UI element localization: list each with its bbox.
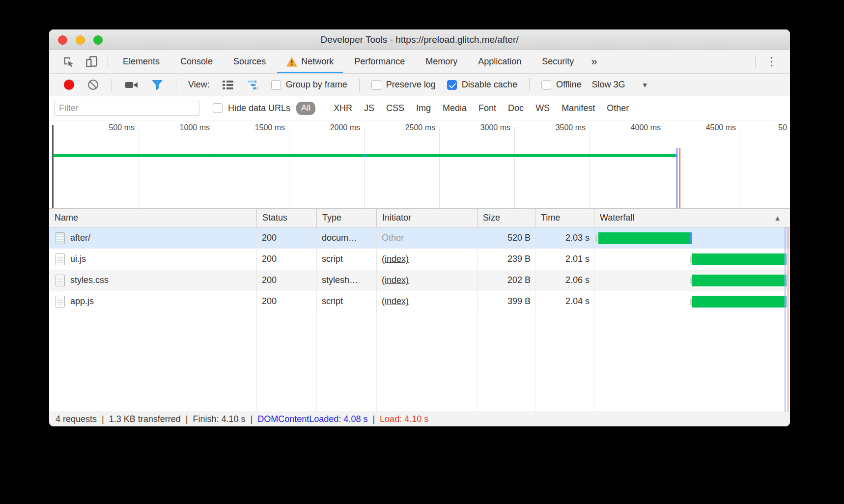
chevron-down-icon[interactable]: ▼ (642, 81, 648, 89)
column-header-time[interactable]: Time (535, 209, 594, 227)
type-filter-img[interactable]: Img (410, 103, 437, 113)
waterfall-view-icon (247, 80, 259, 90)
divider (176, 79, 176, 91)
preserve-log-checkbox[interactable] (371, 80, 381, 90)
tab-application[interactable]: Application (468, 50, 532, 73)
throttling-select[interactable]: Slow 3G (592, 80, 625, 90)
column-header-name[interactable]: Name (49, 209, 257, 227)
panel-tabbar: Elements Console Sources Network Perform… (49, 50, 790, 74)
separator: | (186, 414, 188, 424)
request-type: stylesh… (317, 270, 377, 291)
group-by-frame-checkbox[interactable] (271, 80, 281, 90)
tab-console[interactable]: Console (170, 50, 223, 73)
column-header-waterfall[interactable]: Waterfall ▲ (594, 209, 790, 227)
request-initiator-link[interactable]: (index) (382, 254, 409, 264)
hide-data-urls-label: Hide data URLs (228, 103, 290, 113)
record-button[interactable] (64, 80, 74, 90)
main-menu-icon[interactable]: ⋮ (760, 55, 783, 68)
waterfall-stalled-tick (690, 278, 692, 284)
type-filter-xhr[interactable]: XHR (328, 103, 358, 113)
type-filter-other[interactable]: Other (601, 103, 635, 113)
titlebar: Developer Tools - https://preload.glitch… (49, 29, 790, 50)
request-type: script (317, 291, 377, 312)
empty-rows-area (49, 312, 790, 412)
camera-icon (124, 80, 139, 90)
type-filter-font[interactable]: Font (473, 103, 502, 113)
device-toolbar-button[interactable] (80, 50, 103, 73)
request-count: 4 requests (56, 414, 97, 424)
waterfall-bar[interactable] (692, 275, 785, 286)
tab-sources[interactable]: Sources (223, 50, 276, 73)
type-filter-all[interactable]: All (296, 102, 315, 115)
request-initiator-link[interactable]: (index) (382, 296, 409, 307)
column-header-type[interactable]: Type (317, 209, 377, 227)
table-row[interactable]: ui.js 200 script (index) 239 B 2.01 s (49, 249, 790, 270)
zoom-button[interactable] (93, 35, 103, 45)
timeline-tick-label: 2000 ms (286, 123, 360, 132)
table-row[interactable]: app.js 200 script (index) 399 B 2.04 s (49, 291, 790, 312)
offline-checkbox[interactable] (541, 80, 551, 90)
waterfall-bar[interactable] (598, 232, 690, 244)
view-waterfall-button[interactable] (242, 80, 264, 90)
request-initiator-link[interactable]: (index) (382, 275, 409, 285)
tab-security[interactable]: Security (532, 50, 584, 73)
summary-bar: 4 requests | 1.3 KB transferred | Finish… (49, 412, 790, 426)
table-row[interactable]: styles.css 200 stylesh… (index) 202 B 2.… (49, 270, 790, 291)
filter-input[interactable] (54, 101, 199, 116)
filter-bar: Hide data URLs All XHR JS CSS Img Media … (49, 96, 790, 120)
column-header-status[interactable]: Status (257, 209, 317, 227)
type-filter-media[interactable]: Media (437, 103, 473, 113)
type-filter-ws[interactable]: WS (530, 103, 556, 113)
timeline-gridline (214, 127, 214, 208)
request-size: 239 B (478, 249, 535, 270)
dcl-marker-line (785, 227, 786, 412)
request-size: 399 B (478, 291, 535, 312)
more-tabs-icon[interactable]: » (584, 56, 604, 68)
timeline-overview[interactable]: 500 ms 1000 ms 1500 ms 2000 ms 2500 ms 3… (49, 120, 790, 209)
divider (359, 79, 360, 91)
timeline-tick-label: 500 ms (61, 123, 135, 132)
type-filter-doc[interactable]: Doc (502, 103, 530, 113)
tab-network[interactable]: Network (276, 50, 344, 73)
divider (755, 56, 756, 68)
separator: | (251, 414, 253, 424)
divider (108, 56, 108, 68)
close-button[interactable] (58, 35, 67, 45)
divider (112, 79, 112, 91)
filter-funnel-icon (151, 78, 164, 91)
type-filter-js[interactable]: JS (358, 103, 380, 113)
timeline-drag-handle[interactable] (52, 125, 54, 208)
column-header-size[interactable]: Size (478, 209, 535, 227)
tab-elements[interactable]: Elements (113, 50, 170, 73)
minimize-button[interactable] (76, 35, 85, 45)
clear-button[interactable] (83, 79, 104, 91)
tab-memory[interactable]: Memory (415, 50, 468, 73)
request-type: docum… (317, 227, 377, 249)
load-marker-line (788, 227, 788, 412)
finish-time: Finish: 4.10 s (193, 414, 246, 424)
waterfall-bar[interactable] (692, 253, 785, 265)
timeline-tick-label: 4500 ms (662, 123, 736, 132)
waterfall-bar[interactable] (692, 296, 785, 308)
column-header-initiator[interactable]: Initiator (377, 209, 478, 227)
table-row[interactable]: after/ 200 docum… Other 520 B 2.03 s (49, 227, 790, 249)
type-filter-css[interactable]: CSS (380, 103, 410, 113)
disable-cache-checkbox[interactable] (447, 80, 457, 90)
dom-content-loaded-time: DOMContentLoaded: 4.08 s (257, 414, 367, 424)
request-status: 200 (257, 249, 317, 270)
separator: | (102, 414, 104, 424)
tab-performance[interactable]: Performance (344, 50, 415, 73)
document-file-icon (56, 296, 65, 308)
inspect-element-button[interactable] (57, 50, 80, 73)
capture-screenshots-button[interactable] (120, 80, 143, 90)
load-marker-line (679, 148, 680, 208)
timeline-gridline (514, 127, 515, 208)
group-by-frame-label: Group by frame (286, 80, 347, 90)
type-filter-manifest[interactable]: Manifest (556, 103, 601, 113)
request-status: 200 (257, 291, 317, 312)
sort-arrow-icon[interactable]: ▲ (774, 214, 781, 222)
view-list-button[interactable] (217, 80, 239, 90)
timeline-tick-label: 4000 ms (587, 123, 661, 132)
hide-data-urls-checkbox[interactable] (213, 103, 223, 113)
filter-toggle-button[interactable] (146, 78, 168, 91)
